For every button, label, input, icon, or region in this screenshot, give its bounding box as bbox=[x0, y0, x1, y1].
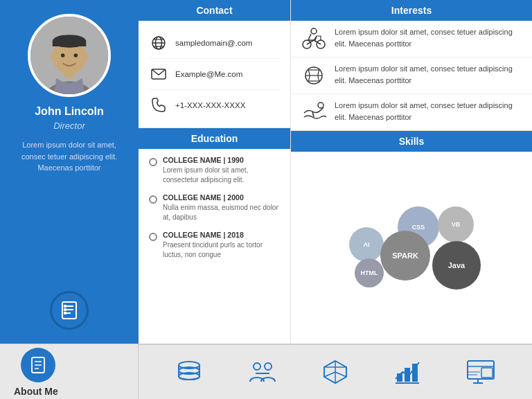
edu-item-2: COLLEGE NAME | 2018 Praesent tincidunt p… bbox=[149, 231, 280, 260]
nav-about-section: About Me bbox=[0, 344, 139, 399]
skill-bubble-vb: VB bbox=[438, 206, 474, 242]
middle-panel: Contact sampledomain@.com bbox=[139, 0, 291, 344]
skills-visualization: AICSSSPARKHTMLVBJava bbox=[291, 152, 532, 344]
contact-web-text: sampledomain@.com bbox=[175, 39, 252, 47]
checklist-nav-icon bbox=[29, 356, 47, 374]
svg-point-7 bbox=[74, 53, 78, 57]
svg-point-39 bbox=[265, 363, 272, 370]
svg-rect-50 bbox=[468, 361, 494, 379]
skill-bubble-java: Java bbox=[432, 241, 481, 290]
svg-point-8 bbox=[50, 53, 55, 61]
interest-item-1: Lorem ipsum dolor sit amet, consec tetue… bbox=[291, 57, 532, 94]
nav-icons bbox=[139, 360, 532, 384]
phone-icon bbox=[149, 96, 168, 115]
envelope-icon bbox=[149, 64, 168, 84]
person-title: Director bbox=[53, 121, 85, 131]
about-nav-icon-circle[interactable] bbox=[21, 348, 55, 382]
edu-desc-2: Praesent tincidunt purls ac tortor luctu… bbox=[163, 240, 280, 260]
education-header: Education bbox=[139, 128, 290, 149]
left-panel: John Lincoln Director Lorem ipsum dolor … bbox=[0, 0, 139, 344]
nav-layers-icon[interactable] bbox=[175, 360, 203, 384]
contact-section: sampledomain@.com Example@Me.com bbox=[139, 21, 290, 128]
contact-item-web: sampledomain@.com bbox=[149, 28, 280, 59]
contact-email-text: Example@Me.com bbox=[175, 70, 242, 78]
bottom-nav: About Me bbox=[0, 344, 532, 399]
nav-dashboard-icon[interactable] bbox=[466, 360, 495, 384]
svg-point-23 bbox=[311, 28, 317, 34]
svg-point-6 bbox=[61, 53, 65, 57]
checklist-icon bbox=[59, 300, 80, 321]
swim-icon bbox=[301, 100, 326, 125]
svg-rect-54 bbox=[481, 368, 493, 378]
svg-rect-5 bbox=[53, 41, 87, 46]
bubbles-container: AICSSSPARKHTMLVBJava bbox=[335, 193, 488, 303]
nav-chart-icon[interactable] bbox=[394, 360, 420, 384]
interests-section: Interests Lorem ipsum dolor bbox=[291, 0, 532, 131]
contact-item-email: Example@Me.com bbox=[149, 59, 280, 90]
globe-icon bbox=[149, 33, 168, 53]
avatar-image bbox=[30, 17, 108, 94]
interest-item-0: Lorem ipsum dolor sit amet, consec tetue… bbox=[291, 21, 532, 57]
ball-icon bbox=[301, 63, 326, 88]
about-icon-circle[interactable] bbox=[50, 291, 89, 330]
svg-point-38 bbox=[254, 363, 260, 370]
edu-title-2: COLLEGE NAME | 2018 bbox=[163, 231, 280, 239]
edu-dot-1 bbox=[149, 195, 157, 204]
svg-point-9 bbox=[84, 53, 89, 61]
contact-phone-text: +1-XXX-XXX-XXXX bbox=[175, 101, 245, 109]
svg-point-30 bbox=[318, 103, 323, 108]
svg-rect-48 bbox=[412, 364, 418, 382]
edu-title-1: COLLEGE NAME | 2000 bbox=[163, 193, 280, 202]
edu-item-0: COLLEGE NAME | 1990 Lorem ipsum dolor si… bbox=[149, 156, 280, 185]
edu-desc-1: Nulla enim massa, euismod nec dolor at, … bbox=[163, 203, 280, 222]
bike-icon bbox=[301, 26, 326, 51]
content-area: John Lincoln Director Lorem ipsum dolor … bbox=[0, 0, 532, 344]
skill-bubble-html: HTML bbox=[355, 258, 384, 287]
interest-text-2: Lorem ipsum dolor sit amet, consec tetue… bbox=[335, 100, 522, 123]
nav-about-label: About Me bbox=[14, 386, 58, 397]
interests-header: Interests bbox=[291, 0, 532, 21]
svg-rect-14 bbox=[64, 305, 66, 308]
education-section: COLLEGE NAME | 1990 Lorem ipsum dolor si… bbox=[139, 149, 290, 275]
avatar bbox=[28, 14, 111, 97]
interest-text-0: Lorem ipsum dolor sit amet, consec tetue… bbox=[335, 26, 522, 49]
svg-rect-16 bbox=[64, 312, 66, 314]
skill-bubble-ai: AI bbox=[349, 227, 384, 262]
person-bio: Lorem ipsum dolor sit amet, consec tetue… bbox=[10, 139, 128, 174]
contact-header: Contact bbox=[139, 0, 290, 21]
edu-desc-0: Lorem ipsum dolor sit amet, consectetur … bbox=[163, 166, 280, 185]
svg-rect-15 bbox=[64, 308, 66, 311]
svg-line-45 bbox=[335, 372, 346, 377]
edu-dot-0 bbox=[149, 158, 157, 166]
skills-header: Skills bbox=[291, 131, 532, 152]
main-container: John Lincoln Director Lorem ipsum dolor … bbox=[0, 0, 532, 399]
edu-title-0: COLLEGE NAME | 1990 bbox=[163, 156, 280, 164]
interest-item-2: Lorem ipsum dolor sit amet, consec tetue… bbox=[291, 94, 532, 130]
nav-cube-icon[interactable] bbox=[322, 360, 348, 384]
skills-section: Skills AICSSSPARKHTMLVBJava bbox=[291, 131, 532, 344]
nav-team-icon[interactable] bbox=[249, 360, 276, 384]
right-panel: Interests Lorem ipsum dolor bbox=[291, 0, 532, 344]
contact-item-phone: +1-XXX-XXX-XXXX bbox=[149, 90, 280, 121]
interest-text-1: Lorem ipsum dolor sit amet, consec tetue… bbox=[335, 63, 522, 86]
skill-bubble-spark: SPARK bbox=[380, 231, 430, 281]
person-name: John Lincoln bbox=[35, 105, 104, 118]
edu-item-1: COLLEGE NAME | 2000 Nulla enim massa, eu… bbox=[149, 193, 280, 222]
svg-line-44 bbox=[324, 372, 335, 377]
edu-dot-2 bbox=[149, 233, 157, 241]
